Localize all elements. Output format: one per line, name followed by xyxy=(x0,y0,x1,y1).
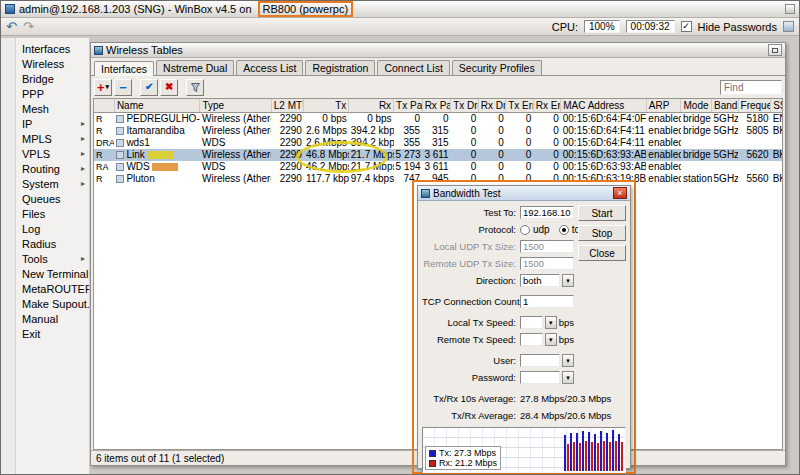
row-name: wds1 xyxy=(126,137,149,149)
tx-legend-label: Tx: 27.3 Mbps xyxy=(439,448,496,458)
sidebar-item-tools[interactable]: Tools▸ xyxy=(16,251,89,266)
local-tx-speed-input[interactable] xyxy=(520,316,543,329)
tab-access-list[interactable]: Access List xyxy=(236,60,303,75)
tab-connect-list[interactable]: Connect List xyxy=(377,60,449,75)
find-input[interactable] xyxy=(720,80,782,95)
table-row[interactable]: RLinkWireless (Atheros AR5...229046.8 Mb… xyxy=(94,149,783,161)
sidebar-item-label: Mesh xyxy=(22,103,49,115)
column-header-tx-errors[interactable]: Tx Errors xyxy=(506,99,534,112)
table-row[interactable]: RPEDREGULHO-CACA...Wireless (Atheros AR5… xyxy=(94,112,783,125)
column-header-tx-drops[interactable]: Tx Drops xyxy=(451,99,479,112)
protocol-tcp-radio[interactable] xyxy=(559,225,569,235)
redo-icon[interactable]: ↷ xyxy=(23,20,34,33)
row-cell: 5620 xyxy=(738,149,771,161)
disable-button[interactable]: ✖ xyxy=(160,79,178,96)
sidebar-item-queues[interactable]: Queues xyxy=(16,191,89,206)
sidebar-item-log[interactable]: Log xyxy=(16,221,89,236)
column-header-l2-mtu[interactable]: L2 MTU xyxy=(271,99,304,112)
column-header-arp[interactable]: ARP xyxy=(646,99,681,112)
sidebar-item-new-terminal[interactable]: New Terminal xyxy=(16,266,89,281)
password-input[interactable] xyxy=(520,371,560,384)
sidebar-item-bridge[interactable]: Bridge xyxy=(16,71,89,86)
tab-nstreme-dual[interactable]: Nstreme Dual xyxy=(156,60,234,75)
table-row[interactable]: RAWDSWDS229046.2 Mbps21.7 Mbps5 1943 611… xyxy=(94,161,783,173)
test-to-input[interactable] xyxy=(520,206,574,219)
test-to-label: Test To: xyxy=(422,207,520,218)
remote-tx-dropdown-icon[interactable]: ▾ xyxy=(545,333,557,346)
row-name: PEDREGULHO-CACA... xyxy=(126,113,200,125)
app-titlebar[interactable]: admin@192.168.1.203 (SNG) - WinBox v4.5 … xyxy=(1,1,799,18)
bandwidth-close-button[interactable]: × xyxy=(613,187,627,199)
column-header-rx[interactable]: Rx xyxy=(349,99,394,112)
undo-icon[interactable]: ↶ xyxy=(6,20,17,33)
remove-button[interactable]: − xyxy=(114,79,132,96)
add-button[interactable]: +▾ xyxy=(94,79,112,96)
sidebar-item-mesh[interactable]: Mesh xyxy=(16,101,89,116)
tab-interfaces[interactable]: Interfaces xyxy=(94,61,154,76)
column-header-type[interactable]: Type xyxy=(200,99,271,112)
sidebar-item-routing[interactable]: Routing▸ xyxy=(16,161,89,176)
sidebar-item-vpls[interactable]: VPLS▸ xyxy=(16,146,89,161)
wireless-tables-titlebar[interactable]: Wireless Tables xyxy=(91,43,785,58)
row-cell: 0 xyxy=(451,149,479,161)
local-tx-dropdown-icon[interactable]: ▾ xyxy=(545,316,557,329)
table-row[interactable]: RItamarandibaWireless (Atheros AR5...229… xyxy=(94,125,783,137)
sidebar-item-exit[interactable]: Exit xyxy=(16,326,89,341)
tab-registration[interactable]: Registration xyxy=(305,60,375,75)
password-dropdown-icon[interactable]: ▾ xyxy=(562,371,574,384)
column-header-rx-pac[interactable]: Rx Pac... xyxy=(422,99,451,112)
column-header-name[interactable]: Name xyxy=(114,99,200,112)
sidebar-item-label: VPLS xyxy=(22,148,50,160)
column-header-flags[interactable] xyxy=(94,99,114,112)
close-button[interactable]: Close xyxy=(578,245,626,261)
sidebar-item-ppp[interactable]: PPP xyxy=(16,86,89,101)
bandwidth-test-titlebar[interactable]: Bandwidth Test × xyxy=(418,186,630,201)
rx-bar xyxy=(621,442,623,471)
sidebar-item-files[interactable]: Files xyxy=(16,206,89,221)
column-header-ssid[interactable]: SSID xyxy=(771,99,783,112)
user-input[interactable] xyxy=(520,354,560,367)
protocol-udp-radio[interactable] xyxy=(520,225,530,235)
filter-button[interactable] xyxy=(186,79,204,96)
sidebar-item-ip[interactable]: IP▸ xyxy=(16,116,89,131)
stop-button[interactable]: Stop xyxy=(578,225,626,241)
column-header-tx-pac[interactable]: Tx Pac... xyxy=(394,99,423,112)
tx-bar xyxy=(612,430,614,471)
row-cell: enabled xyxy=(646,137,681,149)
user-dropdown-icon[interactable]: ▾ xyxy=(562,354,574,367)
hide-passwords-checkbox[interactable]: ✓ xyxy=(681,21,692,32)
column-header-mode[interactable]: Mode xyxy=(681,99,712,112)
column-header-tx[interactable]: Tx xyxy=(304,99,349,112)
row-flags: R xyxy=(94,125,114,137)
sidebar-item-metarouter[interactable]: MetaROUTER xyxy=(16,281,89,296)
tcp-count-input[interactable] xyxy=(520,295,574,308)
row-cell: 315 xyxy=(422,137,451,149)
column-header-rx-drops[interactable]: Rx Drops xyxy=(478,99,506,112)
row-cell: 0 xyxy=(451,125,479,137)
sidebar-item-wireless[interactable]: Wireless xyxy=(16,56,89,71)
sidebar-item-label: Log xyxy=(22,223,40,235)
sidebar-item-system[interactable]: System▸ xyxy=(16,176,89,191)
column-header-band[interactable]: Band xyxy=(712,99,738,112)
window-restore-button[interactable] xyxy=(768,44,782,56)
table-row[interactable]: DRAwds1WDS22902.6 Mbps394.2 kbps35531500… xyxy=(94,137,783,149)
column-header-frequen[interactable]: Frequen... xyxy=(738,99,771,112)
tab-security-profiles[interactable]: Security Profiles xyxy=(452,60,542,75)
tx-bar xyxy=(564,435,566,471)
direction-input[interactable] xyxy=(520,274,560,287)
sidebar-item-interfaces[interactable]: Interfaces xyxy=(16,41,89,56)
start-button[interactable]: Start xyxy=(578,205,626,221)
sidebar-item-manual[interactable]: Manual xyxy=(16,311,89,326)
direction-dropdown-icon[interactable]: ▾ xyxy=(562,274,574,287)
sidebar-item-radius[interactable]: Radius xyxy=(16,236,89,251)
enable-button[interactable]: ✔ xyxy=(140,79,158,96)
column-header-rx-errors[interactable]: Rx Errors xyxy=(533,99,561,112)
sidebar-item-mpls[interactable]: MPLS▸ xyxy=(16,131,89,146)
row-flags: R xyxy=(94,173,114,185)
sidebar-item-make-supout-rif[interactable]: Make Supout.rif xyxy=(16,296,89,311)
column-header-mac-address[interactable]: MAC Address xyxy=(561,99,647,112)
remote-tx-speed-input[interactable] xyxy=(520,333,543,346)
test-to-field: Test To: xyxy=(422,205,574,220)
rx-bar xyxy=(597,443,599,471)
main-toolbar: ↶ ↷ CPU: 100% 00:09:32 ✓ Hide Passwords xyxy=(1,18,799,36)
